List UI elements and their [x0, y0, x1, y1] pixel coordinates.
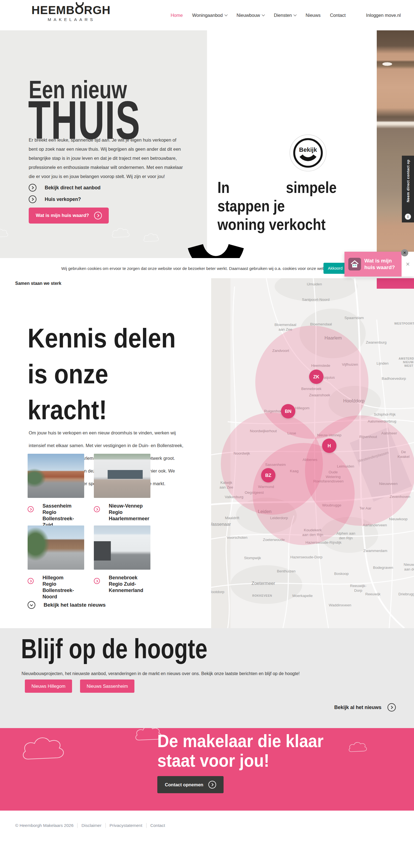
news-heading: Blijf op de hoogte	[21, 635, 207, 662]
coverage-map: IJmuidenKoog de ZaSantpoort-NoordSpaarnd…	[211, 278, 414, 628]
map-town-label: Nieuwkoop	[389, 517, 408, 522]
footer-disclaimer[interactable]: Disclaimer	[82, 823, 101, 828]
map-town-label: Lijnden	[377, 361, 389, 366]
link-bekijk-aanbod[interactable]: Bekijk direct het aanbod	[29, 184, 100, 191]
office-photo	[28, 454, 84, 498]
steps-word-in: In	[218, 179, 230, 195]
close-icon: ×	[406, 260, 410, 268]
steps-word-simpele: simpele	[286, 179, 337, 195]
logo-smile-icon	[75, 2, 84, 6]
nav-diensten[interactable]: Diensten	[274, 13, 296, 18]
chevron-right-circle-icon	[94, 578, 100, 584]
popup-body: Wat is mijn huis waard?	[345, 252, 402, 277]
map-town-label: Alphen aan den Rijn	[337, 531, 355, 541]
map-marker-bn[interactable]: BN	[281, 404, 295, 418]
link-huis-verkopen[interactable]: Huis verkopen?	[29, 195, 81, 203]
footer-privacy[interactable]: Privacystatement	[109, 823, 142, 828]
logo[interactable]: HEEMBORGH MAKELAARS	[31, 4, 112, 22]
map-town-label: Badhoevedorp	[382, 376, 406, 381]
map-town-label: Nieuwe aan de	[404, 562, 414, 572]
copyright: © Heemborgh Makelaars 2026	[15, 823, 73, 828]
coverage-circle	[305, 415, 414, 526]
news-hillegom-button[interactable]: Nieuws Hillegom	[25, 680, 72, 693]
huiswaarde-button[interactable]: Wat is mijn huis waard?	[29, 208, 109, 223]
chevron-right-circle-icon	[29, 184, 36, 191]
office-photo	[28, 526, 84, 570]
map-town-label: Voorschoten	[227, 535, 247, 540]
map-town-label: Maaldrift	[225, 516, 239, 521]
office-photo	[94, 526, 151, 570]
hero-left-panel: Een nieuw THUIS Er breekt een leuke, spa…	[0, 30, 207, 278]
nav-nieuwbouw[interactable]: Nieuwbouw	[236, 13, 264, 18]
house-icon	[348, 258, 361, 271]
info-icon: i	[405, 214, 411, 220]
cta-heading: De makelaar die klaar staat voor jou!	[157, 732, 323, 771]
nav-contact[interactable]: Contact	[330, 13, 346, 18]
office-card-hillegom[interactable]: Hillegom Regio Bollenstreek- Noord	[28, 526, 86, 600]
map-marker-bz[interactable]: BZ	[261, 468, 276, 483]
popup-close-button[interactable]: ×	[401, 249, 408, 256]
cookie-accept-button[interactable]: Akkoord	[323, 263, 347, 274]
bekijk-badge[interactable]: Bekijk	[289, 133, 327, 172]
site-footer: © Heemborgh Makelaars 2026 Disclaimer Pr…	[0, 811, 414, 868]
map-town-label: Wassenaar	[211, 521, 231, 527]
map-town-label: Waddinxveen	[329, 603, 351, 608]
news-sassenheim-button[interactable]: Nieuws Sassenheim	[80, 680, 134, 693]
office-card-bennebroek[interactable]: Bennebroek Regio Zuid- Kennemerland	[94, 526, 152, 594]
contact-button[interactable]: Contact opnemen	[157, 776, 224, 793]
map-town-label: Reeuwijk	[365, 592, 381, 597]
map-town-label: Nootdorp	[211, 590, 224, 594]
office-photo	[94, 454, 151, 498]
map-town-label: Hazerswoude-Dorp	[290, 555, 322, 560]
chevron-right-circle-icon	[28, 578, 34, 584]
chevron-down-icon	[224, 13, 227, 16]
cloud-icon	[22, 734, 67, 765]
map-town-label: Moerkapelle	[292, 594, 313, 598]
map-town-label: Zwammerdam	[363, 549, 387, 553]
map-town-label: Benthuizen	[277, 569, 296, 574]
office-label: Nieuw-Vennep Regio Haarlemmermeer	[109, 503, 149, 522]
chevron-down-icon	[262, 13, 265, 16]
divider	[77, 823, 77, 828]
contact-tab[interactable]: Neem direct contact op i	[402, 156, 414, 222]
main-nav: Home Woningaanbod Nieuwbouw Diensten Nie…	[170, 0, 401, 30]
nav-nieuws[interactable]: Nieuws	[306, 13, 320, 18]
hero-section: Een nieuw THUIS Er breekt een leuke, spa…	[0, 30, 414, 278]
hero-paragraph: Er breekt een leuke, spannende tijd aan.…	[29, 135, 186, 181]
office-label: Sassenheim Regio Bollenstreek- Zuid	[42, 503, 74, 528]
news-paragraph: Nieuwbouwprojecten, het nieuwste aanbod,…	[22, 671, 300, 676]
nav-home[interactable]: Home	[170, 13, 183, 18]
map-town-label: Bodegraven	[373, 565, 393, 570]
all-news-link[interactable]: Bekijk al het nieuws	[334, 703, 396, 712]
office-label: Hillegom Regio Bollenstreek- Noord	[42, 575, 74, 600]
logo-subtitle: MAKELAARS	[31, 17, 112, 22]
cta-section: De makelaar die klaar staat voor jou! Co…	[0, 728, 414, 811]
divider	[146, 823, 147, 828]
nav-login-move[interactable]: Inloggen move.nl	[366, 13, 401, 18]
chevron-down-icon	[294, 13, 297, 16]
footer-contact[interactable]: Contact	[151, 823, 165, 828]
office-card-nieuw-vennep[interactable]: Nieuw-Vennep Regio Haarlemmermeer	[94, 454, 152, 522]
map-marker-zk[interactable]: ZK	[309, 370, 323, 384]
chevron-right-circle-icon	[209, 781, 216, 788]
chevron-right-circle-icon	[28, 506, 34, 512]
site-header: HEEMBORGH MAKELAARS Home Woningaanbod Ni…	[0, 0, 414, 30]
map-marker-h[interactable]: H	[322, 439, 337, 453]
section-kicker: Samen staan we sterk	[15, 281, 61, 286]
office-card-sassenheim[interactable]: Sassenheim Regio Bollenstreek- Zuid	[28, 454, 86, 528]
chevron-right-circle-icon	[94, 506, 100, 512]
news-section: Blijf op de hoogte Nieuwbouwprojecten, h…	[0, 628, 414, 728]
close-icon: ×	[403, 250, 406, 255]
map-town-label: Santpoort-Noord	[302, 298, 329, 302]
map-town-label: ROKKEVEEN	[252, 594, 272, 597]
map-town-label: Schiphol-Rijk	[374, 412, 396, 417]
chevron-right-circle-icon	[94, 212, 102, 219]
latest-news-link[interactable]: Bekijk het laatste nieuws	[28, 601, 106, 609]
map-town-label: Reeuwijk- Dorp	[350, 584, 366, 593]
divider	[105, 823, 106, 828]
map-town-label: Zwanenburg	[366, 340, 386, 345]
steps-line2: stappen je	[218, 198, 285, 214]
together-heading: Kennis delen is onze kracht!	[28, 320, 176, 428]
badge-label: Bekijk	[299, 146, 317, 153]
nav-woningaanbod[interactable]: Woningaanbod	[192, 13, 227, 18]
